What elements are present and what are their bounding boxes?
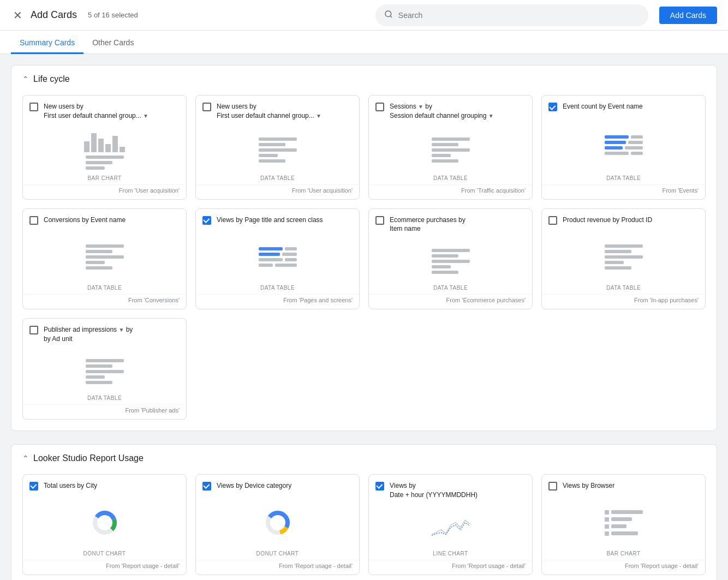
data-table-visual-8 [605, 244, 643, 270]
card-views-device-title: Views by Device category [217, 481, 291, 491]
card-new-users-bar-preview [23, 125, 186, 172]
card-new-users-bar-checkbox[interactable] [29, 103, 38, 111]
card-total-users-city[interactable]: Total users by City DONUT CHART From 'Re… [22, 474, 187, 576]
card-event-count-header: Event count by Event name [542, 95, 705, 116]
card-views-browser-from: From 'Report usage - detail' [542, 560, 705, 575]
tab-summary-cards[interactable]: Summary Cards [11, 31, 83, 54]
section-looker: ⌃ Looker Studio Report Usage Total users… [11, 444, 717, 580]
add-cards-button[interactable]: Add Cards [659, 7, 717, 24]
card-total-users-city-from: From 'Report usage - detail' [23, 560, 186, 575]
card-views-date-header: Views by Date + hour (YYYYMMDDHH) [369, 475, 532, 504]
card-conversions-chart-label: DATA TABLE [23, 285, 186, 291]
card-conversions-preview [23, 229, 186, 282]
svg-point-0 [385, 11, 391, 17]
donut-chart-visual-2 [264, 509, 291, 536]
empty-slot-3 [541, 318, 706, 420]
lifecycle-cards-grid: New users by First user default channel … [22, 95, 706, 309]
card-total-users-city-checkbox[interactable] [29, 482, 38, 491]
close-icon[interactable]: ✕ [11, 9, 24, 22]
card-product-revenue-header: Product revenue by Product ID [542, 209, 705, 229]
card-sessions-title: Sessions ▼ by Session default channel gr… [390, 102, 494, 121]
card-conversions[interactable]: Conversions by Event name DATA TABLE Fro… [22, 208, 187, 310]
main-content: ⌃ Life cycle New users by First user def… [0, 54, 728, 580]
card-new-users-bar-title: New users by First user default channel … [44, 102, 148, 121]
card-event-count-chart-label: DATA TABLE [542, 175, 705, 181]
card-publisher-ad-chart-label: DATA TABLE [23, 395, 186, 401]
card-ecommerce-checkbox[interactable] [375, 216, 384, 225]
data-table-visual-7 [432, 249, 470, 274]
card-conversions-checkbox[interactable] [29, 216, 38, 225]
card-views-device[interactable]: Views by Device category DONUT CHART Fro… [195, 474, 360, 576]
looker-cards-grid: Total users by City DONUT CHART From 'Re… [22, 474, 706, 576]
card-publisher-ad[interactable]: Publisher ad impressions ▼ by by Ad unit… [22, 318, 187, 420]
card-views-device-from: From 'Report usage - detail' [196, 560, 359, 575]
card-event-count-from: From 'Events' [542, 184, 705, 199]
line-chart-visual [432, 515, 470, 540]
card-new-users-bar[interactable]: New users by First user default channel … [22, 95, 187, 200]
card-sessions-checkbox[interactable] [375, 103, 384, 111]
card-event-count-checkbox[interactable] [548, 103, 557, 111]
card-new-users-table[interactable]: New users by First user default channel … [195, 95, 360, 200]
card-new-users-table-chart-label: DATA TABLE [196, 175, 359, 181]
card-product-revenue-title: Product revenue by Product ID [563, 216, 652, 225]
section-lifecycle-title: Life cycle [33, 74, 70, 84]
card-views-date-from: From 'Report usage - detail' [369, 560, 532, 575]
card-views-device-chart-label: DONUT CHART [196, 551, 359, 557]
card-ecommerce-title: Ecommerce purchases by Item name [390, 216, 466, 234]
card-sessions[interactable]: Sessions ▼ by Session default channel gr… [368, 95, 533, 200]
card-product-revenue-checkbox[interactable] [548, 216, 557, 225]
data-table-visual-6 [259, 247, 297, 267]
card-total-users-city-title: Total users by City [44, 481, 97, 491]
card-views-page-chart-label: DATA TABLE [196, 285, 359, 291]
card-views-date[interactable]: Views by Date + hour (YYYYMMDDHH) LINE C… [368, 474, 533, 576]
card-views-page-title: Views by Page title and screen class [217, 216, 323, 225]
card-new-users-table-checkbox[interactable] [202, 103, 211, 111]
card-views-browser-checkbox[interactable] [548, 482, 557, 491]
card-event-count[interactable]: Event count by Event name [541, 95, 706, 200]
card-publisher-ad-checkbox[interactable] [29, 326, 38, 334]
card-total-users-city-header: Total users by City [23, 475, 186, 495]
card-new-users-table-preview [196, 125, 359, 172]
card-total-users-city-chart-label: DONUT CHART [23, 551, 186, 557]
card-views-date-checkbox[interactable] [375, 482, 384, 491]
header: ✕ Add Cards 5 of 16 selected Add Cards [0, 0, 728, 31]
data-table-visual-3 [432, 137, 470, 163]
donut-chart-visual-1 [91, 509, 118, 536]
card-ecommerce[interactable]: Ecommerce purchases by Item name DATA TA… [368, 208, 533, 310]
search-input[interactable] [398, 11, 640, 20]
lifecycle-cards-grid-row2: Publisher ad impressions ▼ by by Ad unit… [22, 318, 706, 420]
card-publisher-ad-title: Publisher ad impressions ▼ by by Ad unit [44, 325, 133, 344]
card-views-page[interactable]: Views by Page title and screen class [195, 208, 360, 310]
card-event-count-preview [542, 116, 705, 172]
card-new-users-bar-header: New users by First user default channel … [23, 95, 186, 125]
selection-count: 5 of 16 selected [88, 11, 138, 19]
card-views-browser[interactable]: Views by Browser [541, 474, 706, 576]
card-product-revenue-preview [542, 229, 705, 282]
card-views-date-preview [369, 504, 532, 547]
card-publisher-ad-from: From 'Publisher ads' [23, 404, 186, 419]
card-new-users-table-from: From 'User acquisition' [196, 184, 359, 199]
card-views-browser-preview [542, 495, 705, 548]
card-new-users-bar-from: From 'User acquisition' [23, 184, 186, 199]
card-publisher-ad-header: Publisher ad impressions ▼ by by Ad unit [23, 319, 186, 348]
card-publisher-ad-preview [23, 348, 186, 392]
card-views-date-title: Views by Date + hour (YYYYMMDDHH) [390, 481, 478, 500]
card-views-browser-chart-label: BAR CHART [542, 551, 705, 557]
tab-other-cards[interactable]: Other Cards [83, 31, 142, 54]
card-views-device-header: Views by Device category [196, 475, 359, 495]
card-sessions-from: From 'Traffic acquisition' [369, 184, 532, 199]
empty-slot-2 [368, 318, 533, 420]
card-views-date-chart-label: LINE CHART [369, 551, 532, 557]
bar-h-chart-visual [605, 510, 643, 536]
card-sessions-preview [369, 125, 532, 172]
tabs-bar: Summary Cards Other Cards [0, 31, 728, 54]
card-views-device-checkbox[interactable] [202, 482, 211, 491]
card-ecommerce-from: From 'Ecommerce purchases' [369, 294, 532, 309]
card-views-page-checkbox[interactable] [202, 216, 211, 225]
section-lifecycle: ⌃ Life cycle New users by First user def… [11, 65, 717, 431]
card-sessions-header: Sessions ▼ by Session default channel gr… [369, 95, 532, 125]
section-lifecycle-header[interactable]: ⌃ Life cycle [22, 74, 706, 84]
section-looker-header[interactable]: ⌃ Looker Studio Report Usage [22, 453, 706, 463]
card-conversions-from: From 'Conversions' [23, 294, 186, 309]
card-product-revenue[interactable]: Product revenue by Product ID DATA TABLE… [541, 208, 706, 310]
